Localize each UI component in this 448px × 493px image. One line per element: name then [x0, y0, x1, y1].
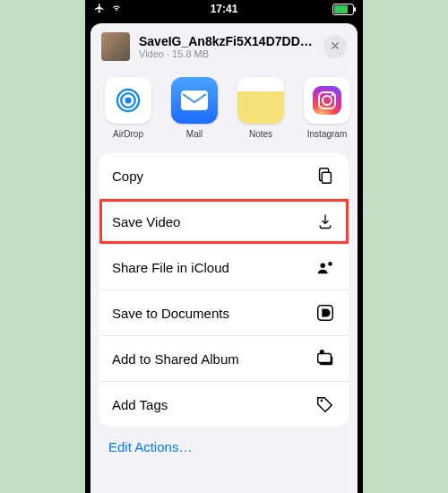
file-thumbnail	[101, 32, 130, 61]
actions-list: Copy Save Video Share File in iCloud Sav…	[99, 153, 349, 427]
svg-point-15	[321, 400, 323, 402]
action-label: Save Video	[112, 214, 314, 229]
share-app-mail[interactable]: Mail	[169, 77, 220, 139]
svg-rect-8	[322, 172, 331, 183]
file-name: SaveIG_An8kzFi5X14D7DDhXM...	[139, 34, 314, 48]
mail-icon	[171, 77, 218, 124]
download-icon	[314, 211, 336, 232]
svg-rect-4	[313, 86, 341, 115]
action-label: Add to Shared Album	[112, 351, 314, 367]
airdrop-icon	[105, 77, 151, 124]
action-copy[interactable]: Copy	[99, 153, 349, 198]
people-cloud-icon	[314, 256, 336, 278]
action-save-video[interactable]: Save Video	[99, 198, 349, 244]
svg-rect-13	[318, 354, 332, 363]
share-app-notes[interactable]: Notes	[236, 77, 286, 139]
action-add-shared-album[interactable]: Add to Shared Album	[99, 335, 349, 381]
app-label: Notes	[236, 129, 286, 139]
app-label: Instagram	[302, 129, 352, 139]
battery-icon	[332, 4, 354, 15]
svg-point-14	[321, 350, 324, 354]
notes-icon	[237, 77, 284, 124]
share-sheet: SaveIG_An8kzFi5X14D7DDhXM... Video · 15.…	[90, 23, 358, 493]
app-label: AirDrop	[103, 129, 153, 139]
status-time: 17:41	[211, 3, 238, 15]
file-meta: Video · 15.8 MB	[139, 48, 314, 59]
action-label: Share File in iCloud	[112, 260, 314, 275]
share-header: SaveIG_An8kzFi5X14D7DDhXM... Video · 15.…	[90, 23, 358, 70]
close-icon	[330, 40, 340, 54]
svg-point-0	[125, 97, 131, 103]
action-save-documents[interactable]: Save to Documents	[99, 290, 349, 335]
share-app-airdrop[interactable]: AirDrop	[103, 77, 153, 139]
documents-app-icon	[314, 302, 336, 324]
app-label: Mail	[169, 129, 220, 139]
svg-point-10	[328, 262, 332, 266]
airplane-icon	[94, 3, 105, 16]
instagram-icon	[304, 77, 350, 124]
action-share-icloud[interactable]: Share File in iCloud	[99, 244, 349, 290]
status-bar: 17:41	[85, 0, 363, 18]
phone-frame: 17:41 SaveIG_An8kzFi5X14D7DDhXM... Video…	[85, 0, 363, 493]
copy-icon	[314, 165, 336, 186]
wifi-icon	[110, 3, 123, 16]
svg-point-7	[332, 94, 334, 97]
close-button[interactable]	[323, 35, 347, 58]
share-apps-row: AirDrop Mail Notes Instagram T	[90, 70, 358, 153]
svg-rect-3	[181, 91, 208, 110]
svg-point-9	[321, 263, 326, 268]
shared-album-icon	[314, 348, 336, 369]
action-label: Add Tags	[112, 397, 314, 412]
edit-actions-link[interactable]: Edit Actions…	[90, 427, 358, 467]
share-app-instagram[interactable]: Instagram	[302, 77, 352, 139]
action-label: Save to Documents	[112, 306, 314, 321]
tag-icon	[314, 394, 336, 415]
action-add-tags[interactable]: Add Tags	[99, 381, 349, 427]
action-label: Copy	[112, 169, 314, 184]
